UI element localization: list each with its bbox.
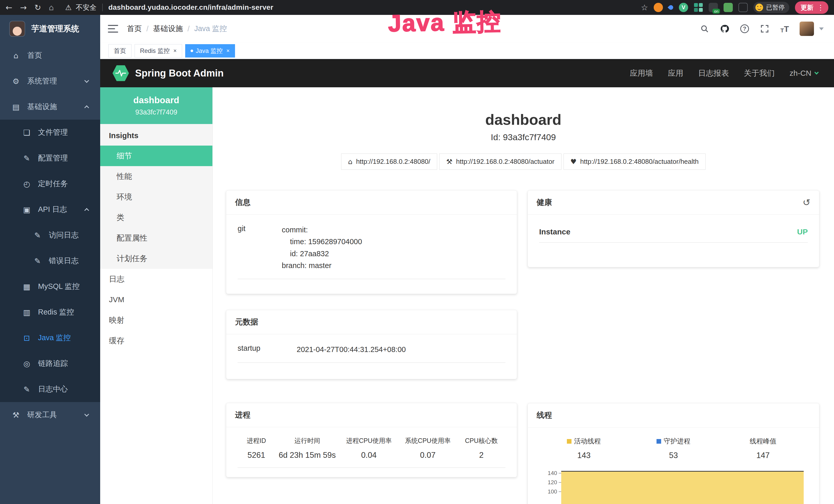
breadcrumb-infrastructure[interactable]: 基础设施 — [153, 24, 183, 34]
tab-home[interactable]: 首页 — [108, 44, 132, 58]
subnav-item-mappings[interactable]: 映射 — [100, 310, 213, 330]
sidebar-item-label: 文件管理 — [38, 127, 68, 138]
subnav-item-environment[interactable]: 环境 — [100, 187, 213, 207]
close-icon[interactable]: × — [173, 47, 177, 54]
health-card-title: 健康 — [536, 197, 552, 208]
tab-redis-monitor[interactable]: Redis 监控 × — [135, 44, 182, 58]
browser-menu-icon[interactable]: ⋮ — [817, 3, 824, 12]
instance-link-actuator[interactable]: ⚒ http://192.168.0.2:48080/actuator — [439, 154, 561, 170]
breadcrumb-home[interactable]: 首页 — [127, 24, 142, 34]
sidebar-item-system-mgmt[interactable]: ⚙ 系统管理 — [0, 68, 100, 94]
sba-nav-about[interactable]: 关于我们 — [744, 68, 775, 78]
github-icon[interactable] — [720, 24, 730, 34]
sidebar-item-home[interactable]: ⌂ 首页 — [0, 43, 100, 68]
extension-icon-vue-devtools[interactable]: V — [679, 3, 688, 12]
process-col-cpu: 进程CPU使用率 — [339, 436, 398, 445]
tab-java-monitor[interactable]: Java 监控 × — [185, 44, 235, 58]
sidebar-item-dev-tools[interactable]: ⚒ 研发工具 — [0, 402, 100, 428]
sidebar-item-label: Redis 监控 — [38, 307, 74, 317]
threads-chart: 140 120 100 — [539, 470, 808, 498]
subnav-item-jvm[interactable]: JVM — [100, 289, 213, 310]
startup-key: startup — [238, 344, 297, 356]
threads-card-title: 线程 — [536, 410, 552, 420]
page-title: dashboard — [213, 111, 834, 128]
sidebar-item-file-mgmt[interactable]: ❏ 文件管理 — [0, 120, 100, 145]
sba-brand[interactable]: Spring Boot Admin — [135, 68, 224, 79]
sidebar-item-label: 首页 — [27, 50, 42, 61]
app-logo-row[interactable]: 芋道管理系统 — [0, 15, 100, 43]
sidebar-item-mysql-monitor[interactable]: ▦ MySQL 监控 — [0, 274, 100, 299]
address-bar[interactable]: ⚠ 不安全 dashboard.yudao.iocoder.cn/infra/a… — [65, 3, 641, 12]
extension-icon-orange[interactable] — [654, 3, 663, 12]
sba-locale-select[interactable]: zh-CN — [790, 69, 818, 77]
bookmark-star-icon[interactable]: ☆ — [641, 3, 648, 12]
process-col-syscpu: 系统CPU使用率 — [398, 436, 457, 445]
sidebar-item-java-monitor[interactable]: ⊡ Java 监控 — [0, 325, 100, 351]
sidebar-item-infrastructure[interactable]: ▤ 基础设施 — [0, 94, 100, 120]
extension-icon-drop[interactable] — [667, 4, 674, 10]
sidebar-item-redis-monitor[interactable]: ▥ Redis 监控 — [0, 299, 100, 325]
legend-peak-threads: 线程峰值 — [718, 437, 808, 446]
locale-label: zh-CN — [790, 69, 811, 77]
close-icon[interactable]: × — [226, 47, 229, 54]
subnav-instance-header[interactable]: dashboard 93a3fc7f7409 — [100, 87, 213, 124]
reload-icon[interactable]: ↻ — [35, 3, 41, 12]
back-icon[interactable]: ← — [6, 3, 12, 12]
sidebar-item-log-center[interactable]: ✎ 日志中心 — [0, 376, 100, 402]
sidebar-item-error-logs[interactable]: ✎ 错误日志 — [0, 248, 100, 274]
subnav-item-scheduled-tasks[interactable]: 计划任务 — [100, 248, 213, 269]
home-icon: ⌂ — [11, 51, 21, 60]
legend-daemon-threads: 守护进程 — [629, 437, 719, 446]
hamburger-icon[interactable] — [108, 25, 118, 32]
sidebar-item-label: API 日志 — [38, 204, 67, 215]
sidebar-item-label: 基础设施 — [27, 102, 57, 112]
sba-nav-journal[interactable]: 日志报表 — [698, 68, 729, 78]
sba-nav-wallboard[interactable]: 应用墙 — [630, 68, 653, 78]
update-button-label: 更新 — [800, 3, 813, 12]
caret-down-icon[interactable] — [819, 27, 824, 30]
sidebar-item-label: 错误日志 — [49, 256, 79, 266]
startup-row: startup 2021-04-27T00:44:31.254+08:00 — [238, 344, 505, 363]
sidebar-item-label: 日志中心 — [38, 384, 68, 394]
health-instance-row[interactable]: Instance UP — [539, 224, 808, 243]
sidebar-item-trace[interactable]: ◎ 链路追踪 — [0, 351, 100, 376]
browser-update-button[interactable]: 更新 ⋮ — [795, 1, 828, 14]
browser-home-icon[interactable]: ⌂ — [49, 3, 54, 12]
subnav-item-classes[interactable]: 类 — [100, 207, 213, 228]
subnav-item-caches[interactable]: 缓存 — [100, 330, 213, 351]
security-warning-icon[interactable]: ⚠ — [65, 3, 72, 12]
sidebar-item-access-logs[interactable]: ✎ 访问日志 — [0, 222, 100, 248]
process-col-pid: 进程ID — [238, 436, 275, 445]
subnav-item-logs[interactable]: 日志 — [100, 269, 213, 289]
forward-icon[interactable]: → — [20, 3, 27, 12]
git-time-line: time: 1596289704000 — [282, 236, 362, 248]
security-warning-text: 不安全 — [76, 3, 96, 12]
search-icon[interactable] — [699, 24, 710, 34]
font-size-icon[interactable]: TT — [780, 24, 790, 34]
extension-icon-dark[interactable] — [739, 3, 748, 12]
extension-icon-grid[interactable] — [694, 3, 703, 12]
sba-logo-icon[interactable] — [112, 65, 129, 82]
sba-instance-content: dashboard Id: 93a3fc7f7409 ⌂ http://192.… — [213, 87, 834, 504]
history-icon[interactable]: ↺ — [803, 197, 810, 208]
address-url[interactable]: dashboard.yudao.iocoder.cn/infra/admin-s… — [108, 3, 273, 12]
tab-label: Redis 监控 — [140, 47, 170, 55]
fullscreen-icon[interactable] — [760, 24, 770, 34]
instance-link-root[interactable]: ⌂ http://192.168.0.2:48080/ — [341, 154, 437, 170]
sidebar-item-api-logs[interactable]: ▣ API 日志 — [0, 197, 100, 222]
instance-name: dashboard — [103, 95, 210, 105]
subnav-item-config-props[interactable]: 配置属性 — [100, 228, 213, 248]
sidebar-item-scheduled-tasks[interactable]: ◴ 定时任务 — [0, 171, 100, 197]
sba-nav-applications[interactable]: 应用 — [668, 68, 683, 78]
extension-icon-green[interactable] — [724, 3, 733, 12]
subnav-item-details[interactable]: 细节 — [100, 145, 213, 166]
tab-label: Java 监控 — [196, 47, 223, 55]
tampermonkey-paused-badge[interactable]: 已暂停 — [753, 2, 789, 13]
avatar[interactable] — [799, 22, 814, 36]
instance-link-health[interactable]: ♥ http://192.168.0.2:48080/actuator/heal… — [564, 154, 706, 170]
extension-icon-switcher[interactable]: on — [709, 3, 718, 12]
subnav-item-performance[interactable]: 性能 — [100, 166, 213, 187]
sidebar-item-config-mgmt[interactable]: ✎ 配置管理 — [0, 145, 100, 171]
browser-toolbar: ← → ↻ ⌂ ⚠ 不安全 dashboard.yudao.iocoder.cn… — [0, 0, 834, 15]
help-icon[interactable]: ? — [740, 24, 750, 34]
